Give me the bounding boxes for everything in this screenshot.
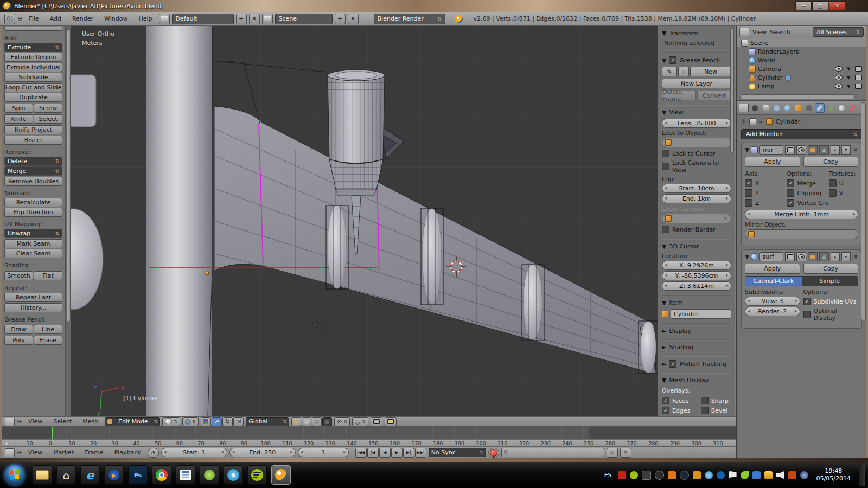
modifier-cage-toggle[interactable] (819, 252, 829, 261)
hide-icon[interactable] (835, 66, 843, 72)
tab-object-data[interactable] (826, 103, 835, 113)
screen-layout-selector[interactable]: Default (172, 14, 234, 24)
grease-pencil-panel-header[interactable]: ▼ ✓ Grease Pencil (662, 54, 731, 66)
frame-start-slider[interactable]: ◂Start: 1▸ (161, 448, 227, 457)
tray-spotify-icon[interactable] (630, 471, 638, 479)
current-frame-field[interactable]: ◂1▸ (298, 448, 349, 457)
extrude-region-button[interactable]: Extrude Region (4, 53, 62, 62)
outliner-item-renderlayers[interactable]: RenderLayers (737, 47, 866, 56)
editor-type-view3d-icon[interactable] (5, 418, 15, 426)
render-engine-selector[interactable]: Blender Render ⇅ (374, 14, 445, 24)
screen-layout-icon[interactable] (159, 14, 170, 24)
menu-window[interactable]: Window (100, 15, 132, 22)
timeline-menu-playback[interactable]: Playback (110, 449, 145, 456)
mirror-copy-button[interactable]: Copy (803, 157, 859, 167)
taskbar-skype-icon[interactable]: S (224, 465, 243, 485)
auto-keyframe-button[interactable] (488, 448, 499, 458)
modifier-name-field[interactable]: rror (760, 145, 783, 155)
motion-tracking-panel-header[interactable]: ► ✓ Motion Tracking (662, 357, 731, 369)
edge-select-mode-button[interactable] (302, 417, 311, 426)
collapse-menus-icon[interactable]: ⊖ (17, 15, 22, 22)
lock-to-object-field[interactable] (662, 138, 731, 147)
editor-type-info-icon[interactable]: ⓘ (4, 14, 15, 24)
gp-delete-frame-button[interactable]: Delete Frame (662, 91, 696, 100)
tray-quicktime-icon[interactable] (668, 471, 676, 479)
tray-display-icon[interactable] (642, 471, 651, 480)
menu-help[interactable]: Help (134, 15, 156, 22)
taskbar-explorer-icon[interactable] (33, 465, 52, 485)
cursor3d-panel-header[interactable]: ▼ 3D Cursor (662, 240, 731, 252)
mirror-merge-checkbox[interactable]: ✓ (787, 179, 794, 187)
snap-selector[interactable]: ◡⇅ (352, 417, 368, 426)
cursor-x-slider[interactable]: ◂X: 9.2926m▸ (662, 261, 731, 270)
frame-end-slider[interactable]: ◂End: 250▸ (229, 448, 296, 457)
lock-to-cursor-checkbox[interactable]: ✓ (662, 150, 669, 157)
opengl-render-button[interactable] (371, 417, 382, 426)
jump-to-start-button[interactable]: |◀◀ (355, 448, 367, 458)
tray-utility-icon[interactable] (788, 471, 796, 479)
mark-seam-button[interactable]: Mark Seam (4, 239, 62, 248)
show-desktop-button[interactable] (859, 464, 865, 486)
modifier-editmode-toggle[interactable] (808, 145, 818, 155)
keying-set-field[interactable]: ⚿ (501, 448, 604, 457)
minimize-button[interactable]: ─ (795, 1, 812, 10)
modifier-view-toggle[interactable] (796, 145, 806, 155)
knife-project-button[interactable]: Knife Project (4, 125, 62, 134)
menu-file[interactable]: File (24, 15, 43, 22)
vertex-select-mode-button[interactable] (291, 417, 301, 426)
mirror-v-checkbox[interactable]: ✓ (829, 189, 837, 197)
collapse-menus-icon[interactable]: ⊖ (17, 418, 22, 425)
display-panel-header[interactable]: ► Display (662, 325, 731, 336)
scale-manipulator-button[interactable]: ⇲ (233, 417, 244, 426)
outliner-menu-view[interactable]: View (752, 29, 767, 36)
face-select-mode-button[interactable] (312, 417, 322, 426)
delete-scene-button[interactable]: ✕ (348, 14, 359, 24)
play-button[interactable]: ▶ (391, 448, 403, 458)
outliner-menu-search[interactable]: Search (770, 29, 790, 36)
selectable-icon[interactable] (846, 66, 851, 70)
taskbar-photoshop-icon[interactable]: Ps (128, 465, 148, 485)
menu-render[interactable]: Render (68, 15, 98, 22)
taskbar-chrome-icon[interactable] (152, 465, 171, 485)
timeline-menu-view[interactable]: View (24, 449, 47, 456)
start-button[interactable] (4, 465, 25, 485)
scene-icon[interactable] (262, 14, 273, 24)
menu-add[interactable]: Add (46, 15, 66, 22)
insert-keyframe-button[interactable]: ⚿ (607, 448, 618, 458)
remove-doubles-button[interactable]: Remove Doubles (4, 177, 62, 186)
cursor-z-slider[interactable]: ◂Z: 3.6114m▸ (662, 281, 731, 291)
add-scene-button[interactable]: + (335, 14, 346, 24)
repeat-last-button[interactable]: Repeat Last (4, 293, 62, 302)
opengl-render-anim-button[interactable] (385, 417, 397, 426)
modifier-move-down[interactable]: ▾ (841, 145, 851, 155)
outliner-horizontal-scrollbar[interactable] (740, 94, 855, 99)
tab-world[interactable] (782, 103, 792, 113)
history-button[interactable]: History... (4, 303, 62, 312)
expand-icon[interactable]: ▼ (745, 253, 749, 260)
editor-type-outliner-icon[interactable] (739, 28, 749, 36)
tray-installer-icon[interactable] (693, 471, 701, 479)
add-layout-button[interactable]: + (236, 14, 247, 24)
viewport-shading-selector[interactable]: ⇅ (162, 417, 180, 426)
tray-daemon-icon[interactable] (800, 471, 808, 479)
mirror-z-checkbox[interactable]: ✓ (745, 199, 752, 207)
spin-button[interactable]: Spin (4, 104, 33, 113)
outliner-item-camera[interactable]: Camera (737, 65, 866, 73)
view3d-menu-mesh[interactable]: Mesh (78, 418, 103, 425)
smooth-vertex-button-clipped[interactable] (4, 27, 62, 31)
close-button[interactable]: ✕ (829, 1, 845, 10)
language-indicator[interactable]: ES (602, 472, 614, 479)
sharp-checkbox[interactable]: ✓ (701, 397, 709, 404)
simple-toggle[interactable]: Simple (802, 277, 858, 286)
npanel-scrollbar[interactable] (730, 28, 734, 414)
gp-erase-button[interactable]: Erase (34, 336, 62, 345)
modifier-cage-toggle[interactable] (819, 145, 829, 155)
unwrap-menu-button[interactable]: Unwrap⇅ (4, 229, 62, 238)
modifier-delete-icon[interactable]: ✕ (853, 253, 858, 260)
delete-keyframe-button[interactable]: ✕ (620, 448, 631, 458)
timeline-track[interactable] (2, 427, 736, 439)
editor-type-timeline-icon[interactable] (5, 448, 15, 457)
translate-manipulator-button[interactable]: ↗ (212, 417, 222, 426)
flip-direction-button[interactable]: Flip Direction (4, 208, 62, 217)
manipulator-toggle[interactable] (201, 417, 211, 426)
